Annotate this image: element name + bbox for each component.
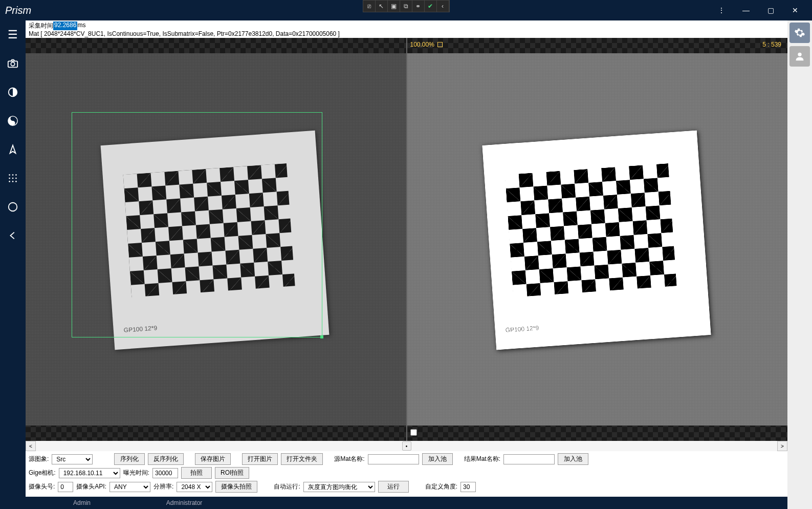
- auto-run-select[interactable]: 灰度直方图均衡化: [303, 482, 375, 492]
- scroll-right-button[interactable]: >: [777, 441, 787, 451]
- yin-yang-icon[interactable]: [4, 112, 22, 130]
- circle-icon[interactable]: [4, 198, 22, 216]
- contrast-icon[interactable]: [4, 83, 22, 101]
- dot-matrix-icon[interactable]: [4, 169, 22, 187]
- controls-panel: 源图象: Src 序列化 反序列化 保存图片 打开图片 打开文件夹 源Mat名称…: [26, 451, 787, 497]
- svg-point-10: [12, 178, 14, 179]
- open-folder-button[interactable]: 打开文件夹: [281, 453, 323, 465]
- fullscreen-icon[interactable]: ▣: [388, 1, 400, 12]
- status-bar: Admin Administrator: [26, 497, 787, 509]
- camera-api-select[interactable]: ANY: [109, 482, 150, 492]
- viewer-pane-left[interactable]: GP100 12*9: [26, 38, 407, 441]
- chevron-left-small-icon[interactable]: ‹: [437, 1, 449, 12]
- source-image-select[interactable]: Src: [52, 454, 93, 464]
- camera-api-label: 摄像头API:: [76, 482, 106, 491]
- scroll-track[interactable]: •: [36, 441, 777, 451]
- roi-resize-handle[interactable]: [320, 335, 323, 338]
- sheet-label-right: GP100 12*9: [505, 324, 539, 334]
- settings-button[interactable]: [789, 23, 810, 43]
- resolution-select[interactable]: 2048 X 1:: [177, 482, 212, 492]
- capture-time-label: 采集时间: [29, 22, 53, 30]
- svg-point-12: [9, 181, 10, 182]
- coord-overlay: 5 : 539: [762, 41, 781, 48]
- src-mat-input[interactable]: [368, 454, 419, 464]
- source-image-label: 源图象:: [29, 455, 49, 463]
- content-area: 采集时间 92.2686 ms Mat [ 2048*2448*CV_8UC1,…: [26, 20, 787, 509]
- compass-icon[interactable]: [4, 140, 22, 159]
- svg-point-1: [11, 62, 14, 66]
- chevron-left-icon[interactable]: [4, 226, 22, 245]
- check-icon[interactable]: ✔: [425, 1, 437, 12]
- svg-point-5: [12, 122, 14, 124]
- scroll-left-button[interactable]: <: [26, 441, 36, 451]
- pointer-icon[interactable]: ↖: [376, 1, 388, 12]
- camera-id-label: 摄像头号:: [29, 482, 55, 491]
- menu-icon[interactable]: ☰: [4, 26, 22, 44]
- zoom-overlay: 100.00%: [410, 41, 443, 48]
- user-button[interactable]: [789, 46, 810, 67]
- custom-angle-label: 自定义角度:: [425, 482, 457, 491]
- svg-point-7: [12, 174, 14, 176]
- exposure-input[interactable]: [152, 468, 178, 478]
- capture-button[interactable]: 拍照: [181, 467, 212, 479]
- scrollbar-row: < • >: [26, 441, 787, 451]
- svg-point-13: [12, 181, 14, 182]
- resolution-label: 分辨率:: [153, 482, 173, 491]
- info-bar: 采集时间 92.2686 ms Mat [ 2048*2448*CV_8UC1,…: [26, 20, 787, 38]
- titlebar-center-tools: ⎚ ↖ ▣ ⧉ ⚭ ✔ ‹: [363, 0, 450, 12]
- window-controls: ⋮ — ▢ ✕: [710, 2, 807, 18]
- result-mat-input[interactable]: [503, 454, 555, 464]
- open-image-button[interactable]: 打开图片: [242, 453, 278, 465]
- svg-point-4: [12, 118, 14, 119]
- title-bar: Prism ⎚ ↖ ▣ ⧉ ⚭ ✔ ‹ ⋮ — ▢ ✕: [0, 0, 812, 20]
- camera-capture-button[interactable]: 摄像头拍照: [215, 481, 257, 493]
- capture-time-unit: ms: [77, 22, 85, 30]
- pane-checkbox[interactable]: [410, 429, 417, 438]
- roi-capture-button[interactable]: ROI拍照: [215, 467, 249, 479]
- gige-camera-select[interactable]: 192.168.10.11: [59, 468, 120, 478]
- camera-icon[interactable]: [4, 54, 22, 73]
- add-pool-button-1[interactable]: 加入池: [422, 453, 453, 465]
- capture-time-value: 92.2686: [53, 22, 77, 30]
- custom-angle-input[interactable]: [460, 482, 476, 492]
- svg-point-6: [9, 174, 10, 176]
- src-mat-label: 源Mat名称:: [334, 455, 364, 463]
- viewer-area: GP100 12*9 100.00% 5 : 539: [26, 38, 787, 441]
- maximize-button[interactable]: ▢: [759, 2, 782, 18]
- control-row-2: Gige相机: 192.168.10.11 曝光时间: 拍照 ROI拍照: [29, 467, 784, 479]
- result-mat-label: 结果Mat名称:: [464, 455, 500, 463]
- calibration-sheet-right: GP100 12*9: [482, 131, 711, 350]
- sidebar-left: ☰: [0, 20, 26, 509]
- save-image-button[interactable]: 保存图片: [195, 453, 231, 465]
- fit-icon[interactable]: [437, 42, 443, 47]
- auto-run-label: 自动运行:: [274, 482, 300, 491]
- svg-point-15: [9, 203, 17, 211]
- scene-right: GP100 12*9: [407, 53, 788, 426]
- more-button[interactable]: ⋮: [710, 2, 733, 18]
- control-row-1: 源图象: Src 序列化 反序列化 保存图片 打开图片 打开文件夹 源Mat名称…: [29, 453, 784, 465]
- link-icon[interactable]: ⚭: [412, 1, 425, 12]
- control-row-3: 摄像头号: 摄像头API: ANY 分辨率: 2048 X 1: 摄像头拍照 自…: [29, 481, 784, 493]
- serialize-button[interactable]: 序列化: [114, 453, 145, 465]
- status-role: Administrator: [133, 499, 235, 506]
- pane-checkbox-input[interactable]: [410, 429, 417, 436]
- exposure-label: 曝光时间:: [123, 469, 149, 477]
- scroll-dot[interactable]: •: [402, 441, 411, 451]
- svg-point-11: [15, 178, 17, 179]
- roi-rectangle[interactable]: [72, 112, 322, 337]
- sidebar-right: [787, 20, 812, 509]
- screen-record-icon[interactable]: ⎚: [363, 1, 376, 12]
- camera-id-input[interactable]: [58, 482, 73, 492]
- status-user: Admin: [31, 499, 133, 506]
- app-title: Prism: [5, 5, 31, 16]
- svg-point-16: [798, 53, 801, 56]
- crop-icon[interactable]: ⧉: [400, 1, 412, 12]
- run-button[interactable]: 运行: [378, 481, 409, 493]
- mat-info-text: Mat [ 2048*2448*CV_8UC1, IsContinuous=Tr…: [29, 30, 784, 37]
- minimize-button[interactable]: —: [734, 2, 758, 18]
- viewer-pane-right[interactable]: 100.00% 5 : 539 GP100 12*9: [407, 38, 788, 441]
- close-button[interactable]: ✕: [783, 2, 807, 18]
- deserialize-button[interactable]: 反序列化: [148, 453, 184, 465]
- add-pool-button-2[interactable]: 加入池: [558, 453, 588, 465]
- calib-grid-right: [504, 163, 676, 298]
